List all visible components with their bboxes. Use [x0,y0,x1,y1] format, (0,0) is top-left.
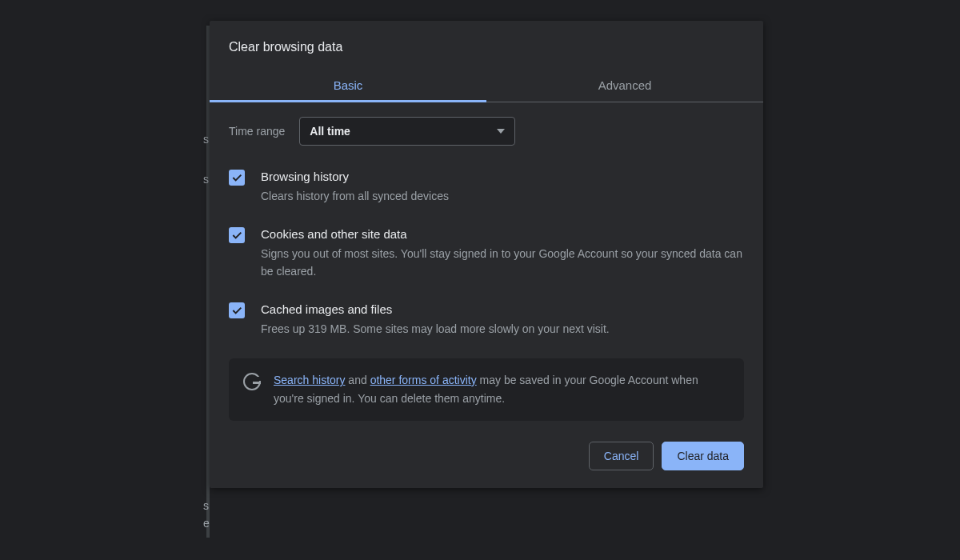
option-browsing-history: Browsing history Clears history from all… [229,168,744,205]
tab-basic[interactable]: Basic [210,70,486,102]
time-range-label: Time range [229,125,285,138]
cancel-button[interactable]: Cancel [589,442,654,470]
option-title: Cookies and other site data [261,226,744,243]
dialog-title: Clear browsing data [210,21,763,70]
option-cached: Cached images and files Frees up 319 MB.… [229,301,744,338]
option-desc: Frees up 319 MB. Some sites may load mor… [261,320,744,338]
clear-data-button[interactable]: Clear data [662,442,744,470]
checkbox-cookies[interactable] [229,227,245,243]
google-g-icon [243,373,261,390]
option-text: Browsing history Clears history from all… [261,168,744,205]
tab-bar: Basic Advanced [210,70,763,102]
option-title: Cached images and files [261,301,744,318]
time-range-value: All time [310,125,350,138]
check-icon [230,229,243,242]
link-search-history[interactable]: Search history [274,374,345,386]
dialog-body: Time range All time Browsing history Cle… [210,102,763,421]
check-icon [230,304,243,317]
option-title: Browsing history [261,168,744,186]
tab-advanced[interactable]: Advanced [486,70,763,102]
dialog-actions: Cancel Clear data [210,421,763,470]
checkbox-cached[interactable] [229,302,245,318]
option-desc: Clears history from all synced devices [261,187,744,205]
option-text: Cookies and other site data Signs you ou… [261,226,744,280]
dropdown-caret-icon [497,129,505,134]
clear-browsing-data-dialog: Clear browsing data Basic Advanced Time … [210,21,763,488]
option-cookies: Cookies and other site data Signs you ou… [229,226,744,280]
option-desc: Signs you out of most sites. You'll stay… [261,245,744,280]
check-icon [230,171,243,184]
link-other-activity[interactable]: other forms of activity [370,374,477,386]
checkbox-browsing-history[interactable] [229,170,245,186]
option-text: Cached images and files Frees up 319 MB.… [261,301,744,338]
time-range-select[interactable]: All time [299,117,515,146]
google-account-notice: Search history and other forms of activi… [229,358,744,421]
notice-text: Search history and other forms of activi… [274,371,730,408]
time-range-row: Time range All time [229,117,744,146]
